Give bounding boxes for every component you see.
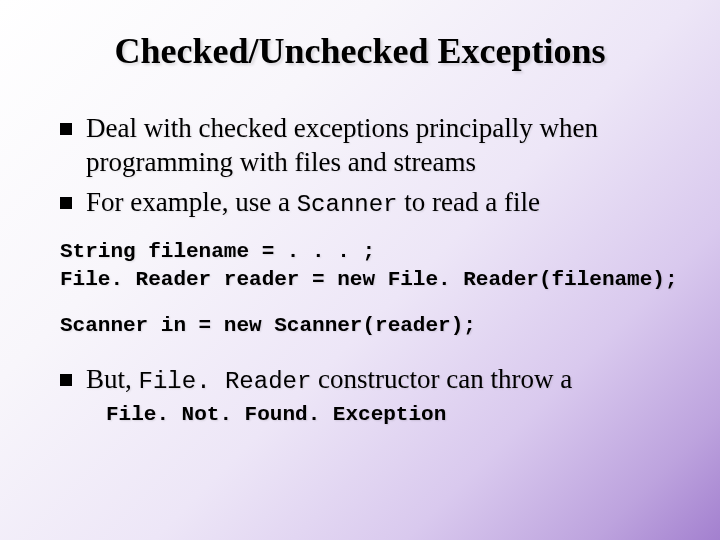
bullet-item: But, File. Reader constructor can throw … [60, 363, 680, 397]
bullet-text: But, File. Reader constructor can throw … [86, 363, 572, 397]
bullet-text: For example, use a Scanner to read a fil… [86, 186, 540, 220]
bullet-list: But, File. Reader constructor can throw … [60, 363, 680, 426]
text-fragment: to read a file [398, 187, 540, 217]
square-bullet-icon [60, 197, 72, 209]
code-block: String filename = . . . ; File. Reader r… [60, 238, 680, 295]
square-bullet-icon [60, 374, 72, 386]
text-fragment: For example, use a [86, 187, 297, 217]
code-line: File. Not. Found. Exception [106, 403, 680, 426]
bullet-item: For example, use a Scanner to read a fil… [60, 186, 680, 220]
text-fragment: constructor can throw a [311, 364, 572, 394]
bullet-item: Deal with checked exceptions principally… [60, 112, 680, 180]
bullet-list: Deal with checked exceptions principally… [60, 112, 680, 220]
slide-title: Checked/Unchecked Exceptions [40, 30, 680, 72]
code-block: Scanner in = new Scanner(reader); [60, 312, 680, 340]
text-fragment: But, [86, 364, 139, 394]
code-inline: Scanner [297, 191, 398, 218]
square-bullet-icon [60, 123, 72, 135]
code-inline: File. Reader [139, 368, 312, 395]
bullet-text: Deal with checked exceptions principally… [86, 112, 680, 180]
